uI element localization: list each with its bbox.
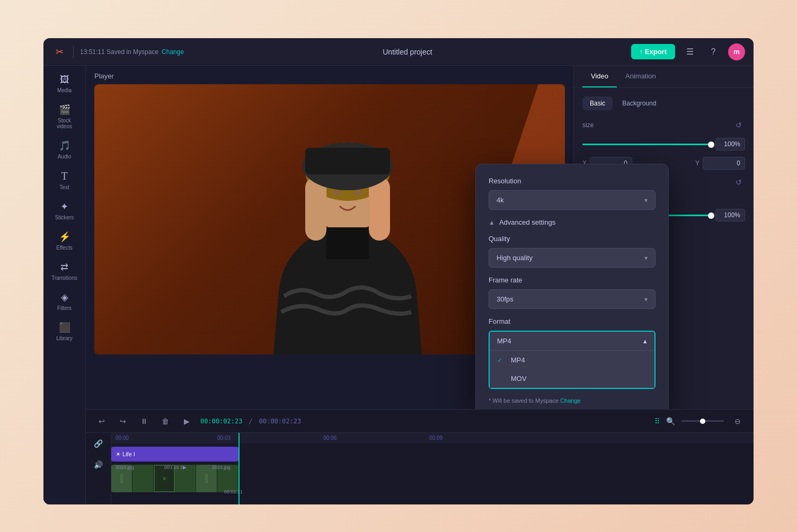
avatar[interactable]: m [728, 43, 745, 60]
text-icon: T [61, 170, 67, 182]
save-note-text: * Will be saved to Myspace [489, 397, 559, 404]
timeline-content: 00:00 00:03 00:06 00:09 ☀ Life I [111, 433, 754, 504]
total-time: 00:00:02:23 [259, 418, 301, 425]
modal-change-link[interactable]: Change [560, 397, 581, 404]
mp4-check-icon: ✓ [497, 357, 506, 364]
sidebar-item-audio[interactable]: 🎵 Audio [48, 136, 82, 164]
track-row-main: ☀ Life I [111, 446, 754, 463]
svg-point-9 [354, 190, 362, 196]
audio-icon: 🎵 [59, 140, 70, 152]
size-label: size [582, 121, 594, 129]
zoom-out-button[interactable]: ⊖ [730, 414, 745, 429]
app-logo-icon: ✂ [52, 45, 67, 59]
mov-label: MOV [511, 375, 527, 383]
sidebar-item-library[interactable]: ⬛ Library [48, 317, 82, 345]
player-content [258, 84, 438, 354]
format-option-mov[interactable]: ✓ MOV [490, 369, 654, 388]
header-divider [73, 46, 74, 58]
save-status: 13:51:11 Saved in Myspace [80, 48, 158, 56]
resolution-dropdown[interactable]: 4k ▾ [489, 190, 656, 210]
playhead[interactable] [238, 433, 240, 504]
main-clip[interactable]: ☀ Life I [111, 447, 238, 462]
format-dropdown[interactable]: MP4 ▴ ✓ MP4 ✓ MOV [489, 331, 656, 389]
delete-button[interactable]: 🗑 [158, 414, 173, 429]
timeline-area: ↩ ↪ ⏸ 🗑 ▶ 00:00:02:23 / 00:00:02:23 ⠿ 🔍 … [86, 409, 754, 504]
export-modal: Resolution 4k ▾ ▲ Advanced settings Qual… [475, 164, 669, 409]
zoom-search-icon: 🔍 [666, 417, 675, 425]
timeline-track-icons: 🔗 🔊 [86, 433, 111, 504]
timeline-tracks: 🔗 🔊 00:00 00:03 00:06 00:09 [86, 433, 754, 504]
export-button[interactable]: ↑ Export [631, 44, 675, 59]
advanced-settings-label: Advanced settings [499, 218, 555, 226]
mov-check-icon: ✓ [497, 375, 506, 383]
main-area: 🖼 Media 🎬 Stock videos 🎵 Audio T Text ✦ … [43, 66, 754, 504]
rotate-refresh-button[interactable]: ↺ [732, 176, 745, 189]
svg-point-8 [333, 190, 341, 196]
advanced-settings-toggle[interactable]: ▲ Advanced settings [489, 218, 656, 226]
tab-video[interactable]: Video [582, 66, 617, 87]
sidebar-label-audio: Audio [58, 154, 72, 159]
timeline-toolbar: ↩ ↪ ⏸ 🗑 ▶ 00:00:02:23 / 00:00:02:23 ⠿ 🔍 … [86, 410, 754, 433]
svg-rect-3 [305, 177, 326, 241]
project-title: Untitled project [184, 48, 631, 56]
frame-rate-dropdown[interactable]: 30fps ▾ [489, 289, 656, 309]
sidebar-label-filters: Filters [57, 305, 72, 311]
size-reset-button[interactable]: ↺ [732, 119, 745, 131]
zoom-slider[interactable] [681, 420, 724, 422]
transitions-icon: ⇄ [60, 261, 68, 273]
sidebar-item-text[interactable]: T Text [48, 166, 82, 194]
section-tab-background[interactable]: Background [615, 96, 663, 110]
resolution-value: 4k [497, 196, 504, 204]
sidebar-item-filters[interactable]: ◈ Filters [48, 287, 82, 315]
sidebar-item-transitions[interactable]: ⇄ Transitions [48, 257, 82, 285]
sidebar-label-stickers: Stickers [55, 215, 74, 220]
filters-icon: ◈ [61, 291, 68, 303]
section-tab-basic[interactable]: Basic [582, 96, 613, 110]
redo-button[interactable]: ↪ [116, 414, 130, 429]
sidebar-item-stickers[interactable]: ✦ Stickers [48, 197, 82, 225]
sidebar-label-stock-videos: Stock videos [50, 118, 79, 129]
menu-icon: ☰ [686, 47, 694, 57]
resolution-label: Resolution [489, 177, 656, 185]
tab-animation[interactable]: Animation [617, 66, 665, 87]
size-row: size ↺ [582, 119, 745, 131]
sidebar: 🖼 Media 🎬 Stock videos 🎵 Audio T Text ✦ … [43, 66, 86, 504]
help-icon-button[interactable]: ? [705, 43, 722, 60]
ruler-mark-3: 00:03 [217, 435, 231, 441]
ruler-mark-6: 00:06 [323, 435, 336, 441]
frame-rate-value: 30fps [497, 295, 513, 303]
format-chevron-icon: ▴ [643, 337, 647, 345]
header-change-link[interactable]: Change [162, 48, 184, 56]
help-icon: ? [711, 47, 716, 57]
sidebar-item-stock-videos[interactable]: 🎬 Stock videos [48, 100, 82, 134]
menu-icon-button[interactable]: ☰ [681, 43, 698, 60]
size-slider[interactable] [582, 144, 711, 145]
clip-time-left: 2023.jpg [116, 465, 134, 470]
svg-rect-7 [326, 227, 369, 259]
opacity-input[interactable] [715, 209, 745, 221]
track-row-video: 2023 ✕ 2023 2023.jpg [111, 465, 754, 494]
y-input[interactable] [703, 157, 745, 170]
quality-dropdown[interactable]: High quality ▾ [489, 248, 656, 268]
split-button[interactable]: ⏸ [137, 414, 152, 429]
sidebar-item-media[interactable]: 🖼 Media [48, 70, 82, 97]
media-icon: 🖼 [60, 74, 69, 85]
stock-videos-icon: 🎬 [59, 104, 70, 116]
format-option-mp4[interactable]: ✓ MP4 [490, 351, 654, 369]
sidebar-item-effects[interactable]: ⚡ Effects [48, 227, 82, 255]
track-icon-lock: 🔗 [92, 437, 105, 450]
player-section: Player [86, 66, 573, 409]
main-clip-label: ☀ Life I [116, 451, 135, 458]
player-panel: Player [86, 66, 754, 409]
size-input[interactable] [715, 138, 745, 150]
header-actions: ↑ Export ☰ ? m [631, 43, 745, 60]
play-button[interactable]: ▶ [179, 414, 194, 429]
zoom-dots-icon: ⠿ [654, 417, 660, 425]
frame-rate-label: Frame rate [489, 276, 656, 284]
advanced-chevron-up-icon: ▲ [489, 219, 495, 226]
undo-button[interactable]: ↩ [94, 414, 109, 429]
mp4-label: MP4 [511, 356, 525, 364]
sidebar-label-media: Media [57, 87, 72, 93]
timeline-ruler: 00:00 00:03 00:06 00:09 [111, 433, 754, 444]
format-label: Format [489, 317, 656, 325]
